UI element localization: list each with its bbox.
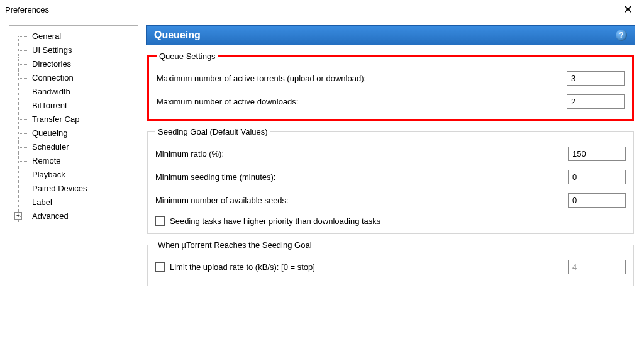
help-icon[interactable]: ? [616,30,627,41]
sidebar-item-playback[interactable]: Playback [12,168,135,182]
titlebar: Preferences ✕ [0,0,644,19]
sidebar-item-ui-settings[interactable]: UI Settings [12,43,135,57]
sidebar-item-label: Advanced [32,211,69,221]
limit-upload-input[interactable] [568,260,626,274]
limit-upload-row: Limit the upload rate to (kB/s): [0 = st… [155,260,626,274]
min-avail-seeds-input[interactable] [568,193,626,208]
seeding-goal-legend: Seeding Goal (Default Values) [155,127,270,136]
sidebar-item-advanced[interactable]: + Advanced [12,209,135,223]
limit-upload-label: Limit the upload rate to (kB/s): [0 = st… [170,262,315,272]
close-icon[interactable]: ✕ [617,3,639,16]
sidebar-item-bittorrent[interactable]: BitTorrent [12,99,135,113]
max-active-torrents-label: Maximum number of active torrents (uploa… [157,74,366,83]
min-ratio-label: Minimum ratio (%): [155,149,224,158]
min-seed-time-label: Minimum seeding time (minutes): [155,172,275,182]
sidebar-item-transfer-cap[interactable]: Transfer Cap [12,113,135,126]
nav-tree: General UI Settings Directories Connecti… [12,30,135,223]
panel-title: Queueing [154,30,201,41]
sidebar-item-label: Connection [32,73,74,82]
sidebar-item-scheduler[interactable]: Scheduler [12,140,135,154]
sidebar-item-remote[interactable]: Remote [12,154,135,168]
window-title: Preferences [5,5,49,14]
sidebar-item-label: Directories [32,59,71,69]
preferences-window: Preferences ✕ General UI Settings Direct… [0,0,644,339]
sidebar-item-label: UI Settings [32,45,72,55]
min-ratio-input[interactable] [568,147,626,161]
sidebar-item-queueing[interactable]: Queueing [12,126,135,140]
sidebar-item-label: BitTorrent [32,101,67,110]
max-active-downloads-row: Maximum number of active downloads: [157,94,625,109]
queue-settings-group: Queue Settings Maximum number of active … [147,52,634,121]
main-panel: Queueing ? Queue Settings Maximum number… [146,25,635,339]
sidebar-item-label: Queueing [32,128,67,138]
sidebar-item-label: Playback [32,170,65,179]
queue-settings-legend: Queue Settings [157,52,218,61]
sidebar: General UI Settings Directories Connecti… [9,25,138,339]
when-reaches-legend: When µTorrent Reaches the Seeding Goal [155,240,314,250]
seeding-goal-group: Seeding Goal (Default Values) Minimum ra… [147,127,634,234]
min-avail-seeds-label: Minimum number of available seeds: [155,196,289,205]
sidebar-item-label: General [32,31,61,41]
seeding-priority-row: Seeding tasks have higher priority than … [155,216,626,226]
sidebar-item-label: Transfer Cap [32,114,79,124]
sidebar-item-directories[interactable]: Directories [12,57,135,71]
panel-header: Queueing ? [146,25,635,45]
min-seed-time-row: Minimum seeding time (minutes): [155,170,626,184]
sidebar-item-label: Paired Devices [32,184,87,193]
sidebar-item-paired-devices[interactable]: Paired Devices [12,182,135,196]
sidebar-item-bandwidth[interactable]: Bandwidth [12,85,135,99]
seeding-priority-checkbox[interactable] [155,216,165,226]
expand-icon[interactable]: + [14,212,22,220]
max-active-torrents-input[interactable] [567,71,625,86]
min-ratio-row: Minimum ratio (%): [155,147,626,161]
sidebar-item-general[interactable]: General [12,30,135,43]
max-active-downloads-input[interactable] [567,94,625,109]
max-active-torrents-row: Maximum number of active torrents (uploa… [157,71,625,86]
content-area: General UI Settings Directories Connecti… [0,19,644,339]
limit-upload-checkbox[interactable] [155,262,165,272]
min-seed-time-input[interactable] [568,170,626,184]
sidebar-item-label: Bandwidth [32,87,70,96]
sidebar-item-label: Label [32,197,52,207]
sidebar-item-label[interactable]: Label [12,196,135,209]
sidebar-item-label: Scheduler [32,142,69,152]
sidebar-item-connection[interactable]: Connection [12,71,135,85]
when-reaches-group: When µTorrent Reaches the Seeding Goal L… [147,240,634,286]
seeding-priority-label: Seeding tasks have higher priority than … [170,216,380,226]
max-active-downloads-label: Maximum number of active downloads: [157,97,298,106]
sidebar-item-label: Remote [32,156,61,165]
min-avail-seeds-row: Minimum number of available seeds: [155,193,626,208]
